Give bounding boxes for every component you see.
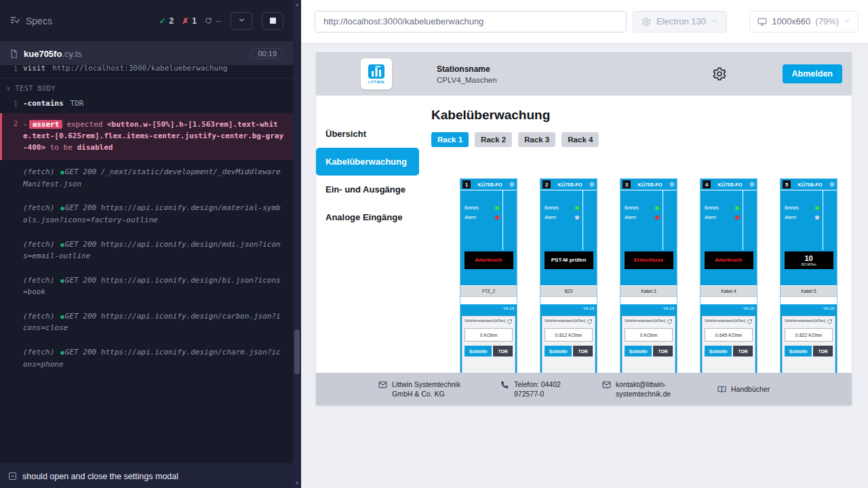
device-gear-icon[interactable]: [749, 182, 755, 187]
sidebar-item-analoge-eingaenge[interactable]: Analoge Eingänge: [316, 203, 419, 231]
browser-stage: Electron 130 1000x660 (79%): [301, 0, 868, 488]
schleife-button[interactable]: Schleife: [785, 346, 812, 357]
viewport-select[interactable]: 1000x660 (79%): [749, 11, 859, 33]
device-card: 2 KÜ705-FO Betrieb Alarm: [540, 178, 597, 382]
page-title: Kabelüberwachung: [431, 108, 852, 123]
sidebar-item-ein-und-ausgaenge[interactable]: Ein- und Ausgänge: [316, 176, 419, 203]
tdr-button[interactable]: TDR: [813, 346, 833, 357]
refresh-icon[interactable]: [747, 319, 753, 325]
xhr-log-row[interactable]: (fetch)●GET 200 https://api.iconify.desi…: [0, 304, 293, 340]
stop-run-button[interactable]: [262, 12, 283, 30]
slot-number: 2: [542, 180, 551, 188]
tdr-button[interactable]: TDR: [493, 346, 513, 357]
mail-icon: [378, 380, 387, 389]
phone-icon: [500, 380, 509, 389]
refresh-icon[interactable]: [667, 319, 673, 325]
tdr-button[interactable]: TDR: [733, 346, 753, 357]
command-name: visit: [23, 65, 45, 73]
scroll-down-arrow[interactable]: ▼: [295, 481, 300, 486]
browser-settings-icon: [642, 17, 651, 26]
specs-button[interactable]: Specs: [9, 15, 52, 27]
collapse-tests-button[interactable]: [231, 12, 252, 30]
slot-number: 3: [623, 180, 631, 188]
footer-phone: Telefon: 04402 972577-0: [500, 380, 576, 399]
slot-number: 1: [462, 180, 471, 188]
device-model: KÜ705-FO: [633, 182, 667, 188]
tab-rack-4[interactable]: Rack 4: [561, 132, 599, 147]
status-display: Aderbruch: [705, 251, 753, 269]
status-display: Erdschluss: [625, 251, 673, 269]
tab-rack-2[interactable]: Rack 2: [475, 132, 512, 147]
resistance-value: 0 KOhm: [625, 328, 673, 342]
xhr-log-row[interactable]: (fetch)●GET 200 /_next/static/developmen…: [0, 160, 293, 196]
specs-label: Specs: [26, 16, 52, 26]
schleife-button[interactable]: Schleife: [465, 346, 492, 357]
tdr-button[interactable]: TDR: [573, 346, 593, 357]
xhr-log-row[interactable]: (fetch)●GET 200 https://api.iconify.desi…: [0, 196, 293, 232]
mail-icon: [602, 380, 611, 389]
device-gear-icon[interactable]: [829, 182, 835, 187]
monitor-icon: [757, 17, 767, 26]
firmware-version: V4.19: [620, 304, 677, 312]
sidebar-item-uebersicht[interactable]: Übersicht: [316, 120, 419, 148]
alarm-led: [575, 216, 579, 220]
logout-button[interactable]: Abmelden: [783, 64, 842, 83]
refresh-icon[interactable]: [587, 319, 593, 325]
next-test-title: should open and close the settings modal: [22, 472, 178, 481]
tab-rack-3[interactable]: Rack 3: [518, 132, 555, 147]
viewport-size: 1000x660: [772, 16, 810, 26]
scrollbar-track[interactable]: [293, 7, 301, 481]
resistance-value: 0.812 KOhm: [545, 328, 593, 342]
sidebar-item-kabelueberwachung[interactable]: Kabelüberwachung: [316, 148, 419, 176]
main-content: Kabelüberwachung Rack 1 Rack 2 Rack 3 Ra…: [419, 96, 852, 405]
test-body-section[interactable]: ∨ TEST BODY: [0, 79, 293, 96]
schleife-button[interactable]: Schleife: [705, 346, 732, 357]
tdr-button[interactable]: TDR: [653, 346, 673, 357]
station-label: Stationsname: [437, 64, 497, 74]
firmware-version: V4.19: [460, 304, 517, 312]
status-display: 10 ISO MOhm: [785, 251, 833, 269]
reporter-controls: ✓ 2 ✗ 1 --: [159, 12, 284, 30]
failed-assert-command[interactable]: 2 -assertexpected <button.w-[50%].h-[1.5…: [0, 113, 293, 160]
success-dot: ●: [60, 241, 64, 248]
footer-email[interactable]: kontakt@littwin-systemtechnik.de: [602, 380, 692, 399]
screen: Specs ✓ 2 ✗ 1 --: [0, 0, 868, 488]
browser-select[interactable]: Electron 130: [633, 11, 727, 33]
device-gear-icon[interactable]: [509, 182, 515, 187]
refresh-icon[interactable]: [507, 319, 513, 325]
footer-manuals-link[interactable]: Handbücher: [717, 384, 770, 394]
scroll-up-arrow[interactable]: ▲: [295, 2, 300, 7]
device-gear-icon[interactable]: [669, 182, 675, 187]
check-icon: ✓: [159, 16, 166, 26]
spec-timer: 00:19: [251, 48, 283, 59]
stop-icon: [270, 18, 276, 24]
command-visit[interactable]: 1 visithttp://localhost:3000/kabelueberw…: [0, 65, 293, 79]
betrieb-led: [575, 206, 579, 210]
xhr-log-row[interactable]: (fetch)●GET 200 https://api.iconify.desi…: [0, 232, 293, 268]
xhr-log-row[interactable]: (fetch)●GET 200 https://api.iconify.desi…: [0, 340, 293, 376]
scrollbar-thumb[interactable]: [294, 329, 300, 374]
success-dot: ●: [60, 205, 64, 211]
device-card: 4 KÜ705-FO Betrieb Alarm: [700, 178, 757, 382]
schleife-button[interactable]: Schleife: [625, 346, 652, 357]
cable-name: Kabel 4: [701, 285, 757, 296]
chevron-down-icon: [844, 18, 850, 26]
failed-count: ✗ 1: [182, 16, 197, 26]
alarm-led: [655, 216, 659, 220]
success-dot: ●: [60, 313, 64, 320]
device-gear-icon[interactable]: [589, 182, 595, 187]
tab-rack-1[interactable]: Rack 1: [431, 132, 469, 147]
passed-count: ✓ 2: [159, 16, 174, 26]
settings-gear-icon[interactable]: [712, 66, 727, 81]
station-value: CPLV4_Maschen: [437, 76, 497, 84]
schleife-button[interactable]: Schleife: [545, 346, 572, 357]
spec-file-row[interactable]: kue705fo.cy.ts 00:19: [0, 42, 293, 65]
refresh-icon[interactable]: [827, 319, 833, 325]
device-model: KÜ705-FO: [553, 182, 587, 188]
command-contains[interactable]: 1 -containsTDR: [0, 96, 293, 111]
next-test-row[interactable]: should open and close the settings modal: [0, 464, 293, 488]
url-input[interactable]: [315, 11, 627, 33]
xhr-log-row[interactable]: (fetch)●GET 200 https://api.iconify.desi…: [0, 268, 293, 304]
slot-number: 5: [783, 180, 791, 188]
spec-name: kue705fo.cy.ts: [24, 49, 82, 59]
